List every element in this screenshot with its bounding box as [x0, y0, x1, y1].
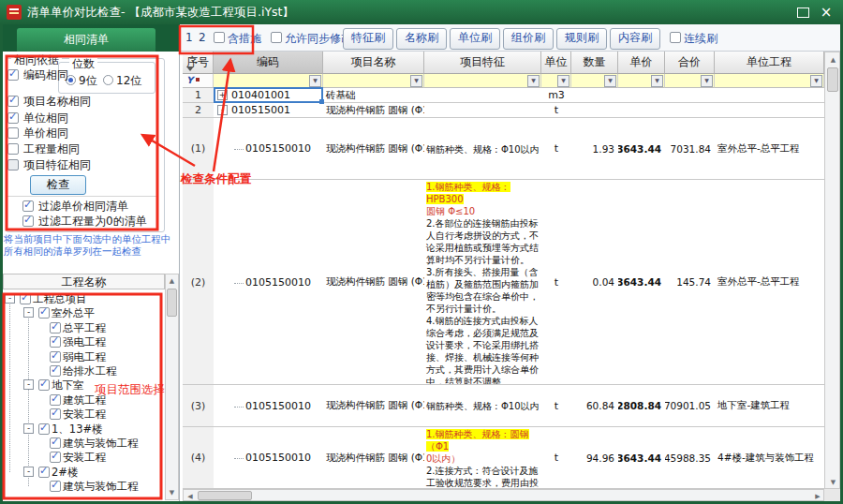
scroll-right-icon[interactable]: ▶ — [813, 493, 822, 500]
restore-icon[interactable] — [797, 7, 809, 18]
tree-checkbox[interactable] — [38, 467, 50, 478]
tree-checkbox[interactable] — [38, 379, 50, 391]
table-row-(4)[interactable]: (4)0105150010现浇构件钢筋 圆钢 (Φ10以内)1.钢筋种类、规格：… — [183, 427, 824, 489]
filter-cell-数量[interactable]: ▼ — [571, 74, 618, 88]
column-header-编码[interactable]: 编码 — [214, 52, 323, 74]
tree-item-1、13#楼[interactable]: -1、13#楼 — [4, 422, 164, 437]
table-row-(3)[interactable]: (3)0105150010现浇构件钢筋 圆钢 (Φ10以内)钢筋种类、规格：Φ1… — [183, 385, 824, 427]
row-code[interactable]: 0105150010 — [214, 427, 323, 488]
collapse-icon[interactable]: - — [23, 467, 34, 477]
condition-checkbox-3[interactable] — [7, 127, 19, 139]
tree-item-总平工程[interactable]: 总平工程 — [4, 321, 164, 335]
scroll-left-icon[interactable]: ◀ — [185, 493, 195, 500]
column-header-单位工程[interactable]: 单位工程 — [715, 52, 824, 74]
brush-button-规则刷[interactable]: 规则刷 — [556, 28, 607, 50]
sort-filter-icon[interactable] — [186, 67, 194, 71]
tree-item-2#楼[interactable]: -2#楼 — [4, 466, 164, 480]
collapse-icon[interactable]: - — [23, 379, 34, 390]
filter-dropdown-icon[interactable]: ▼ — [410, 75, 422, 87]
tree-scrollbar[interactable]: ▲ ▼ — [165, 274, 179, 500]
condition-checkbox-5[interactable] — [7, 159, 19, 170]
grid-hscrollbar[interactable]: ◀▶ — [183, 489, 824, 501]
column-header-数量[interactable]: 数量 — [571, 52, 618, 74]
brush-button-名称刷[interactable]: 名称刷 — [396, 28, 447, 50]
filter-dropdown-icon[interactable]: ▼ — [604, 75, 616, 87]
tree-checkbox[interactable] — [50, 408, 61, 420]
grid-vscrollbar[interactable]: ▲▼ — [824, 52, 840, 489]
row-code[interactable]: 0105150010 — [214, 180, 323, 384]
filter-dropdown-icon[interactable]: ▼ — [309, 75, 321, 87]
tree-item-强电工程[interactable]: 强电工程 — [4, 335, 164, 349]
check-button[interactable]: 检查 — [30, 175, 86, 195]
digits-radio-12位[interactable] — [103, 75, 113, 85]
condition-checkbox-1[interactable] — [7, 96, 19, 107]
tree-checkbox[interactable] — [50, 481, 61, 492]
row-code[interactable]: -010515001 — [214, 103, 323, 117]
expander-icon[interactable]: - — [217, 105, 228, 115]
tree-checkbox[interactable] — [50, 452, 61, 463]
tree-checkbox[interactable] — [50, 365, 61, 377]
filter-cell-单位[interactable]: ▼ — [541, 74, 571, 88]
tree-item-给排水工程[interactable]: 给排水工程 — [4, 364, 164, 378]
tree-item-室外总平[interactable]: -室外总平 — [4, 306, 164, 320]
row-code[interactable]: 0105150010 — [214, 118, 323, 179]
level-button-1[interactable]: 1 — [185, 31, 193, 44]
filter-cell-项目特征[interactable]: ▼ — [424, 74, 541, 88]
filter-cell-单价[interactable]: ▼ — [618, 74, 665, 88]
filter-dropdown-icon[interactable]: ▼ — [557, 75, 569, 87]
tree-checkbox[interactable] — [20, 293, 31, 304]
filter-cell-编码[interactable]: ▼ — [214, 74, 323, 88]
brush-button-内容刷[interactable]: 内容刷 — [610, 28, 660, 50]
tree-checkbox[interactable] — [38, 423, 50, 435]
condition-checkbox-2[interactable] — [7, 112, 19, 124]
tree-scroll-thumb[interactable] — [167, 289, 177, 317]
scroll-down-icon[interactable]: ▼ — [166, 489, 178, 497]
collapse-icon[interactable]: - — [23, 307, 34, 318]
condition-checkbox-0[interactable] — [7, 69, 19, 81]
tree-item-安装工程[interactable]: 安装工程 — [4, 451, 164, 465]
tree-item-弱电工程[interactable]: 弱电工程 — [4, 350, 164, 364]
filter-checkbox-1[interactable] — [22, 215, 34, 227]
tree-item-建筑与装饰工程[interactable]: 建筑与装饰工程 — [4, 480, 164, 494]
filter-dropdown-icon[interactable]: ▼ — [527, 75, 540, 87]
column-header-合价[interactable]: 合价 — [665, 52, 715, 74]
level-button-2[interactable]: 2 — [199, 31, 206, 44]
column-header-单价[interactable]: 单价 — [618, 52, 665, 74]
vscroll-thumb[interactable] — [827, 67, 838, 92]
tree-checkbox[interactable] — [50, 437, 61, 449]
tree-checkbox[interactable] — [50, 351, 61, 363]
collapse-icon[interactable]: - — [23, 423, 34, 434]
filter-dropdown-icon[interactable]: ▼ — [810, 75, 822, 87]
brush-button-组价刷[interactable]: 组价刷 — [503, 28, 554, 50]
filter-cell-项目名称[interactable]: ▼ — [323, 74, 424, 88]
tree-checkbox[interactable] — [50, 336, 61, 348]
table-row-(1)[interactable]: (1)0105150010现浇构件钢筋 圆钢 (Φ10以内)钢筋种类、规格：Φ1… — [183, 118, 824, 180]
column-header-单位[interactable]: 单位 — [541, 52, 571, 74]
filter-cell-单位工程[interactable]: ▼ — [715, 74, 824, 88]
tree-item-地下室[interactable]: -地下室 — [4, 378, 164, 393]
tree-checkbox[interactable] — [38, 307, 50, 319]
scroll-up-icon[interactable]: ▲ — [825, 56, 841, 64]
toolbar-checkbox-continuous[interactable] — [670, 32, 681, 43]
scroll-down-icon[interactable]: ▼ — [825, 479, 841, 486]
brush-button-特征刷[interactable]: 特征刷 — [343, 28, 393, 50]
scroll-up-icon[interactable]: ▲ — [166, 277, 178, 285]
brush-button-单位刷[interactable]: 单位刷 — [450, 28, 500, 50]
tab-same-list[interactable]: 相同清单 — [17, 28, 155, 52]
filter-cell-序号[interactable]: Y — [183, 74, 214, 88]
table-row-1[interactable]: 1+010401001砖基础m3 — [183, 88, 824, 103]
tree-item-安装工程[interactable]: 安装工程 — [4, 408, 164, 422]
table-row-(2)[interactable]: (2)0105150010现浇构件钢筋 圆钢 (Φ10以内)1.钢筋种类、规格：… — [183, 180, 824, 385]
filter-dropdown-icon[interactable]: ▼ — [701, 75, 713, 87]
condition-checkbox-4[interactable] — [7, 143, 19, 155]
column-header-项目名称[interactable]: 项目名称 — [323, 52, 424, 74]
table-row-2[interactable]: 2-010515001现浇构件钢筋 圆钢 (Φ10以内)t — [183, 103, 824, 118]
tree-item-工程总项目[interactable]: -工程总项目 — [4, 292, 164, 306]
tree-checkbox[interactable] — [50, 394, 61, 406]
close-icon[interactable]: × — [817, 2, 836, 22]
filter-cell-合价[interactable]: ▼ — [665, 74, 715, 88]
row-code[interactable]: 0105150010 — [214, 385, 323, 426]
collapse-icon[interactable]: - — [5, 293, 15, 304]
column-header-项目特征[interactable]: 项目特征 — [424, 52, 541, 74]
filter-checkbox-0[interactable] — [22, 200, 34, 212]
